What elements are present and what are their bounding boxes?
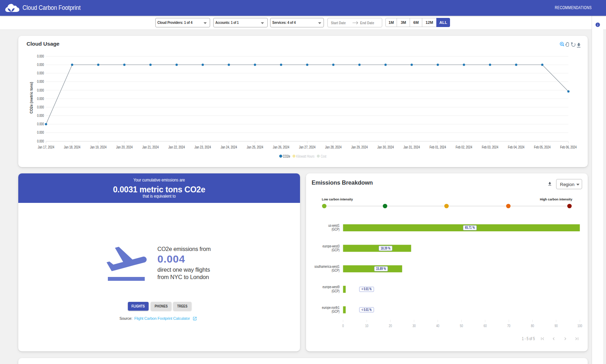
svg-text:Jan 25, 2024: Jan 25, 2024 <box>247 145 263 149</box>
svg-text:Jan 29, 2024: Jan 29, 2024 <box>351 145 368 149</box>
svg-text:0.000: 0.000 <box>37 131 44 134</box>
svg-text:CO2e (metric tons): CO2e (metric tons) <box>29 82 33 114</box>
svg-text:(GCP): (GCP) <box>332 269 340 272</box>
svg-text:80: 80 <box>531 324 534 328</box>
svg-text:0.000: 0.000 <box>37 139 44 143</box>
svg-text:0.000: 0.000 <box>37 80 44 84</box>
svg-text:40: 40 <box>436 324 439 328</box>
svg-text:Jan 18, 2024: Jan 18, 2024 <box>64 145 80 149</box>
svg-text:Jan 28, 2024: Jan 28, 2024 <box>325 145 341 149</box>
svg-text:30: 30 <box>412 324 416 328</box>
svg-text:100: 100 <box>578 324 582 328</box>
svg-text:70: 70 <box>507 324 510 328</box>
svg-text:Jan 22, 2024: Jan 22, 2024 <box>168 145 185 149</box>
svg-text:0.000: 0.000 <box>37 105 44 109</box>
svg-text:us-west1: us-west1 <box>328 224 340 227</box>
svg-text:0.000: 0.000 <box>37 54 44 58</box>
svg-text:0.000: 0.000 <box>37 71 44 75</box>
svg-text:20: 20 <box>389 324 392 328</box>
svg-text:< 0.01 %: < 0.01 % <box>361 287 372 291</box>
svg-text:60: 60 <box>483 324 487 328</box>
svg-text:(GCP): (GCP) <box>332 310 340 313</box>
svg-text:southamerica-west1: southamerica-west1 <box>314 265 340 269</box>
svg-text:0.000: 0.000 <box>37 63 44 67</box>
svg-text:Feb 04, 2024: Feb 04, 2024 <box>508 145 524 149</box>
svg-text:Feb 06, 2024: Feb 06, 2024 <box>560 145 577 149</box>
svg-text:0.000: 0.000 <box>37 97 44 101</box>
svg-text:Jan 19, 2024: Jan 19, 2024 <box>90 145 106 149</box>
svg-text:Jan 17, 2024: Jan 17, 2024 <box>38 145 54 149</box>
svg-text:europe-north1: europe-north1 <box>322 306 340 310</box>
svg-text:Jan 20, 2024: Jan 20, 2024 <box>116 145 133 149</box>
svg-text:(GCP): (GCP) <box>332 227 340 231</box>
svg-text:0: 0 <box>342 324 344 328</box>
svg-text:Jan 30, 2024: Jan 30, 2024 <box>377 145 394 149</box>
svg-text:< 0.01 %: < 0.01 % <box>361 308 372 312</box>
svg-text:Feb 03, 2024: Feb 03, 2024 <box>482 145 498 149</box>
svg-text:Jan 27, 2024: Jan 27, 2024 <box>299 145 315 149</box>
svg-text:90: 90 <box>555 324 558 328</box>
svg-text:Jan 21, 2024: Jan 21, 2024 <box>142 145 159 149</box>
svg-text:50: 50 <box>460 324 463 328</box>
svg-text:Jan 31, 2024: Jan 31, 2024 <box>403 145 420 149</box>
svg-text:europe-west3: europe-west3 <box>322 244 340 248</box>
svg-text:0.000: 0.000 <box>37 114 44 118</box>
svg-text:Feb 02, 2024: Feb 02, 2024 <box>456 145 472 149</box>
svg-text:65.71 %: 65.71 % <box>465 226 475 230</box>
svg-text:Kilowatt Hours: Kilowatt Hours <box>296 154 314 158</box>
svg-text:(GCP): (GCP) <box>332 289 340 293</box>
svg-text:europe-west9: europe-west9 <box>322 285 340 289</box>
svg-text:10: 10 <box>365 324 368 328</box>
svg-text:Jan 23, 2024: Jan 23, 2024 <box>195 145 211 149</box>
svg-text:18.39 %: 18.39 % <box>380 246 390 250</box>
svg-text:Jan 26, 2024: Jan 26, 2024 <box>273 145 289 149</box>
svg-text:1 - 5 of 5: 1 - 5 of 5 <box>522 336 535 341</box>
svg-text:Feb 05, 2024: Feb 05, 2024 <box>534 145 550 149</box>
svg-text:Feb 01, 2024: Feb 01, 2024 <box>430 145 446 149</box>
svg-text:0.000: 0.000 <box>37 88 44 92</box>
svg-text:CO2e: CO2e <box>283 154 290 158</box>
svg-text:15.89 %: 15.89 % <box>376 267 386 271</box>
svg-text:Cost: Cost <box>321 154 326 158</box>
svg-text:0.000: 0.000 <box>37 122 44 126</box>
svg-text:(GCP): (GCP) <box>332 248 340 252</box>
svg-text:Jan 24, 2024: Jan 24, 2024 <box>221 145 237 149</box>
